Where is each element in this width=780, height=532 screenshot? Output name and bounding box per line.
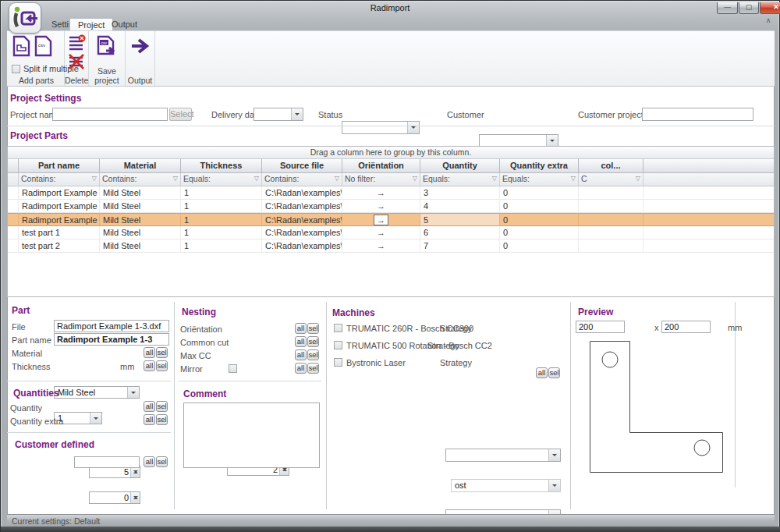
cell-material[interactable]: Mild Steel: [100, 200, 181, 213]
part-name-input[interactable]: [54, 333, 169, 346]
dropdown-arrow[interactable]: [90, 413, 101, 424]
row-selector[interactable]: [8, 226, 19, 239]
mirror-sel-button[interactable]: sel: [307, 363, 319, 374]
cell-filler[interactable]: [644, 239, 774, 253]
table-row[interactable]: Radimport Example 1-3Mild Steel1C:\Radan…: [8, 213, 774, 226]
cell-material[interactable]: Mild Steel: [100, 226, 181, 239]
preview-height-input[interactable]: [661, 321, 711, 333]
filter-part-name[interactable]: Contains:▽: [19, 173, 100, 186]
tab-output[interactable]: Output: [104, 18, 145, 31]
row-selector[interactable]: [8, 213, 19, 226]
file-input[interactable]: [54, 320, 169, 332]
cell-col[interactable]: [579, 186, 644, 200]
row-selector[interactable]: [8, 239, 19, 253]
dropdown-arrow[interactable]: [548, 449, 560, 461]
filter-quantity[interactable]: Equals:▽: [420, 173, 500, 186]
cell-thickness[interactable]: 1: [181, 200, 262, 213]
spinner-arrows-icon[interactable]: [130, 466, 140, 477]
filter-icon[interactable]: ▽: [492, 175, 497, 182]
dropdown-arrow[interactable]: [548, 480, 560, 491]
thickness-sel-button[interactable]: sel: [156, 360, 168, 371]
mirror-all-button[interactable]: all: [295, 363, 307, 374]
quantity-extra-all-button[interactable]: all: [144, 414, 155, 425]
add-csv-file-icon[interactable]: csv: [34, 35, 53, 60]
filter-orientation[interactable]: No filter:▽: [342, 173, 420, 186]
header-part-name[interactable]: Part name: [19, 159, 100, 173]
filter-quantity-extra[interactable]: Equals:▽: [500, 173, 579, 186]
customer-defined-all-button[interactable]: all: [144, 456, 155, 467]
filter-icon[interactable]: ▽: [335, 175, 339, 182]
table-row[interactable]: test part 1Mild Steel1C:\Radan\examples\…: [8, 226, 774, 239]
orientation-sel-button[interactable]: sel: [307, 323, 319, 334]
maximize-button[interactable]: ▢: [739, 2, 759, 14]
preview-width-input[interactable]: [576, 321, 625, 333]
header-thickness[interactable]: Thickness: [181, 159, 262, 173]
cell-col[interactable]: [579, 239, 644, 253]
dropdown-arrow[interactable]: [407, 122, 419, 133]
quantity-all-button[interactable]: all: [144, 401, 155, 412]
add-part-file-icon[interactable]: [12, 35, 32, 60]
cell-orientation[interactable]: →: [342, 200, 420, 213]
cell-filler[interactable]: [644, 213, 774, 226]
collapse-ribbon-icon[interactable]: ∧: [763, 16, 774, 26]
filter-icon[interactable]: ▽: [413, 175, 417, 182]
customer-project-input[interactable]: [642, 108, 753, 121]
dropdown-arrow[interactable]: [127, 387, 139, 398]
header-quantity[interactable]: Quantity: [420, 159, 500, 173]
customer-defined-sel-button[interactable]: sel: [156, 456, 168, 467]
cell-material[interactable]: Mild Steel: [100, 213, 181, 226]
cell-material[interactable]: Mild Steel: [100, 239, 181, 253]
cell-part-name[interactable]: test part 2: [19, 239, 100, 253]
cell-part-name[interactable]: Radimport Example 1-1: [19, 186, 100, 200]
customer-defined-input[interactable]: [74, 456, 140, 468]
cell-thickness[interactable]: 1: [181, 186, 262, 200]
common-cut-sel-button[interactable]: sel: [307, 336, 319, 347]
table-row[interactable]: test part 2Mild Steel1C:\Radan\examples\…: [8, 239, 774, 253]
status-combo[interactable]: [342, 121, 420, 134]
split-if-multiple-checkbox[interactable]: [12, 65, 20, 73]
cell-quantity[interactable]: 6: [420, 226, 500, 239]
filter-icon[interactable]: ▽: [173, 175, 178, 182]
cell-filler[interactable]: [644, 200, 774, 213]
machine-2-strategy-combo[interactable]: ost: [451, 479, 561, 492]
cell-part-name[interactable]: test part 1: [19, 226, 100, 239]
cell-material[interactable]: Mild Steel: [100, 186, 181, 200]
cell-thickness[interactable]: 1: [181, 213, 262, 226]
material-sel-button[interactable]: sel: [156, 347, 168, 358]
header-orientation[interactable]: Oriëntation: [342, 159, 420, 173]
material-combo[interactable]: Mild Steel: [54, 386, 140, 399]
cell-source-file[interactable]: C:\Radan\examples\Tutori...: [262, 239, 342, 253]
material-all-button[interactable]: all: [144, 347, 155, 358]
quantity-sel-button[interactable]: sel: [156, 401, 168, 412]
cell-orientation[interactable]: →: [342, 186, 420, 200]
cell-filler[interactable]: [644, 186, 774, 200]
cell-source-file[interactable]: C:\Radan\examples\dxfs\...: [262, 200, 342, 213]
cell-quantity[interactable]: 7: [420, 239, 500, 253]
orientation-all-button[interactable]: all: [295, 323, 307, 334]
spinner-arrows-icon[interactable]: [130, 492, 140, 503]
filter-thickness[interactable]: Equals:▽: [181, 173, 262, 186]
cell-part-name[interactable]: Radimport Example 1-3: [19, 213, 100, 226]
cell-thickness[interactable]: 1: [181, 239, 262, 253]
machine-3-checkbox[interactable]: [334, 358, 342, 367]
quantity-extra-sel-button[interactable]: sel: [156, 414, 168, 425]
cell-quantity-extra[interactable]: 0: [500, 200, 579, 213]
common-cut-all-button[interactable]: all: [295, 336, 307, 347]
row-selector[interactable]: [8, 200, 19, 213]
cell-quantity-extra[interactable]: 0: [500, 226, 579, 239]
comment-textarea[interactable]: [183, 403, 320, 468]
quantity-extra-stepper[interactable]: 0: [89, 491, 140, 504]
cell-quantity-extra[interactable]: 0: [500, 239, 579, 253]
filter-icon[interactable]: ▽: [571, 175, 576, 182]
header-col[interactable]: col...: [579, 159, 644, 173]
cell-col[interactable]: [579, 213, 644, 226]
machine-1-checkbox[interactable]: [334, 324, 342, 332]
select-button[interactable]: Select: [169, 108, 192, 121]
filter-icon[interactable]: ▽: [254, 175, 259, 182]
cell-source-file[interactable]: C:\Radan\examples\dxfs\...: [262, 213, 342, 226]
dropdown-arrow[interactable]: [546, 135, 558, 147]
max-cc-sel-button[interactable]: sel: [307, 349, 319, 360]
cell-quantity[interactable]: 5: [420, 213, 500, 226]
table-row[interactable]: Radimport Example 1-1Mild Steel1C:\Radan…: [8, 186, 774, 200]
header-material[interactable]: Material: [100, 159, 181, 173]
